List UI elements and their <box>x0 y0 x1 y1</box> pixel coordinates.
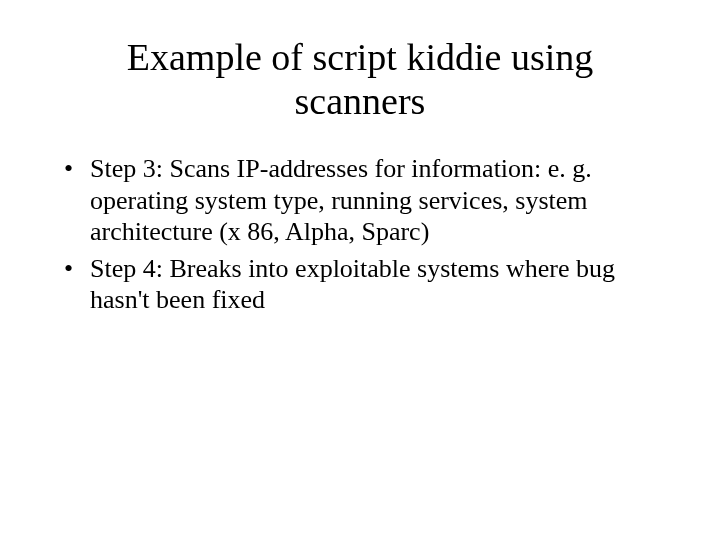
list-item: Step 4: Breaks into exploitable systems … <box>62 253 670 315</box>
list-item: Step 3: Scans IP-addresses for informati… <box>62 153 670 247</box>
bullet-list: Step 3: Scans IP-addresses for informati… <box>50 153 670 315</box>
slide-title: Example of script kiddie using scanners <box>50 36 670 123</box>
